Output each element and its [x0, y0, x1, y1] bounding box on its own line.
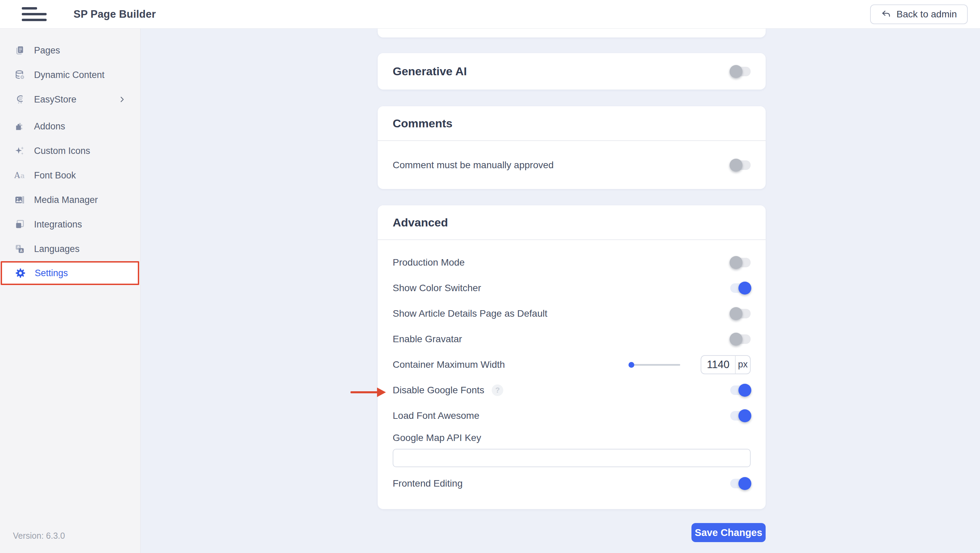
- sidebar-item-languages[interactable]: A Languages: [0, 237, 140, 261]
- pages-icon: [14, 45, 25, 56]
- show-color-switcher-label: Show Color Switcher: [393, 283, 481, 293]
- sidebar-item-dynamic-content[interactable]: Dynamic Content: [0, 63, 140, 87]
- database-plus-icon: [14, 70, 25, 80]
- google-map-api-key-input[interactable]: [393, 449, 751, 467]
- load-font-awesome-label: Load Font Awesome: [393, 410, 479, 421]
- puzzle-icon: [14, 121, 25, 132]
- generative-ai-title: Generative AI: [393, 65, 467, 78]
- cart-icon: [14, 94, 25, 105]
- setting-row: Disable Google Fonts ?: [393, 377, 751, 403]
- sidebar-item-label: Dynamic Content: [34, 70, 105, 80]
- comment-approval-label: Comment must be manually approved: [393, 160, 554, 171]
- disable-google-fonts-toggle[interactable]: [730, 386, 751, 395]
- slider-handle[interactable]: [628, 362, 634, 368]
- svg-text:a: a: [21, 171, 25, 180]
- production-mode-toggle[interactable]: [730, 258, 751, 267]
- advanced-card: Advanced Production Mode Show Color Swit…: [378, 206, 765, 509]
- slider-track: [629, 364, 680, 366]
- sidebar-item-label: Media Manager: [34, 195, 98, 206]
- setting-row: Container Maximum Width px: [393, 352, 751, 377]
- sidebar-item-label: Settings: [35, 268, 68, 279]
- setting-row: Enable Gravatar: [393, 326, 751, 352]
- setting-row: Production Mode: [393, 250, 751, 275]
- sidebar-item-label: Integrations: [34, 219, 82, 230]
- container-width-input-group: px: [701, 355, 751, 374]
- container-width-input[interactable]: [701, 356, 735, 373]
- generative-ai-card: Generative AI: [378, 53, 765, 89]
- sidebar-item-custom-icons[interactable]: Custom Icons: [0, 139, 140, 163]
- translate-icon: A: [14, 244, 25, 254]
- generative-ai-toggle[interactable]: [730, 67, 751, 76]
- sidebar-item-pages[interactable]: Pages: [0, 38, 140, 63]
- svg-text:A: A: [20, 249, 23, 253]
- sidebar-item-settings[interactable]: Settings: [1, 261, 139, 285]
- setting-row: Show Article Details Page as Default: [393, 301, 751, 326]
- sidebar-item-addons[interactable]: Addons: [0, 114, 140, 139]
- sparkle-icon: [14, 145, 25, 156]
- disable-google-fonts-label: Disable Google Fonts: [393, 385, 484, 396]
- show-color-switcher-toggle[interactable]: [730, 283, 751, 293]
- version-label: Version: 6.3.0: [13, 531, 65, 541]
- article-details-default-label: Show Article Details Page as Default: [393, 308, 547, 319]
- comments-card: Comments Comment must be manually approv…: [378, 106, 765, 189]
- chevron-right-icon: [118, 96, 126, 103]
- back-to-admin-label: Back to admin: [897, 9, 957, 20]
- sidebar-item-easystore[interactable]: EasyStore: [0, 87, 140, 112]
- sidebar-item-media-manager[interactable]: Media Manager: [0, 188, 140, 212]
- advanced-title: Advanced: [393, 216, 448, 229]
- container-max-width-label: Container Maximum Width: [393, 359, 505, 370]
- sidebar-item-label: Pages: [34, 45, 60, 56]
- sidebar-item-label: Languages: [34, 244, 80, 254]
- google-map-api-key-label: Google Map API Key: [393, 432, 751, 443]
- menu-toggle-icon[interactable]: [22, 7, 48, 21]
- setting-row: Frontend Editing: [393, 470, 751, 496]
- setting-row: Comment must be manually approved: [393, 152, 751, 178]
- article-details-default-toggle[interactable]: [730, 309, 751, 319]
- sidebar-item-integrations[interactable]: Integrations: [0, 212, 140, 237]
- sidebar-item-font-book[interactable]: A a Font Book: [0, 163, 140, 188]
- setting-row: Load Font Awesome: [393, 403, 751, 429]
- enable-gravatar-toggle[interactable]: [730, 335, 751, 344]
- load-font-awesome-toggle[interactable]: [730, 411, 751, 421]
- container-width-slider[interactable]: [629, 362, 680, 367]
- save-changes-button[interactable]: Save Changes: [692, 523, 765, 542]
- back-to-admin-button[interactable]: Back to admin: [870, 5, 968, 24]
- sidebar-item-label: Addons: [34, 121, 65, 132]
- gear-icon: [15, 268, 26, 279]
- frontend-editing-toggle[interactable]: [730, 479, 751, 488]
- app-title: SP Page Builder: [73, 8, 156, 21]
- undo-arrow-icon: [881, 9, 891, 19]
- sidebar-item-label: Font Book: [34, 170, 76, 181]
- comments-title: Comments: [393, 117, 453, 130]
- sidebar-item-label: EasyStore: [34, 94, 76, 105]
- production-mode-label: Production Mode: [393, 257, 465, 268]
- top-bar: SP Page Builder Back to admin: [0, 0, 980, 29]
- frontend-editing-label: Frontend Editing: [393, 478, 463, 489]
- svg-text:A: A: [14, 171, 21, 180]
- container-width-unit: px: [735, 356, 750, 373]
- comment-approval-toggle[interactable]: [730, 160, 751, 170]
- sidebar: Pages Dynamic Content EasyStore: [0, 29, 140, 553]
- partial-card-top: [378, 29, 765, 37]
- enable-gravatar-label: Enable Gravatar: [393, 334, 462, 344]
- sidebar-item-label: Custom Icons: [34, 146, 90, 156]
- layers-icon: [14, 219, 25, 230]
- help-icon[interactable]: ?: [492, 384, 503, 396]
- setting-row: Show Color Switcher: [393, 275, 751, 301]
- font-aa-icon: A a: [14, 170, 25, 181]
- image-icon: [14, 194, 25, 206]
- annotation-arrow: [350, 387, 386, 397]
- main-content: Generative AI Comments Comment must be m…: [140, 29, 980, 553]
